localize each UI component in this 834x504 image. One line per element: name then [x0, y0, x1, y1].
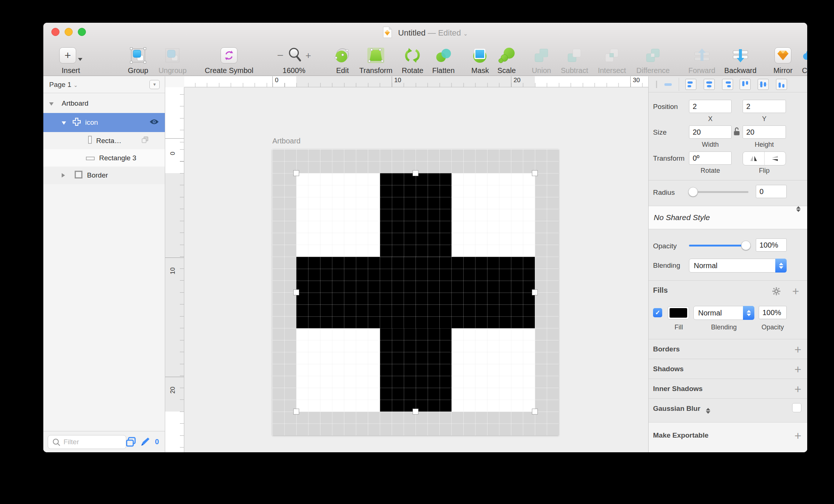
layer-name: icon	[85, 118, 98, 127]
lock-ratio-icon[interactable]	[733, 127, 740, 138]
blending-value: Normal	[694, 262, 717, 270]
fill-sublabel: Fill	[664, 324, 693, 331]
make-exportable-section[interactable]: Make Exportable +	[649, 422, 807, 452]
gear-icon[interactable]	[772, 287, 781, 297]
window-title: Untitled — Edited ⌄	[43, 26, 807, 40]
height-sublabel: Height	[743, 141, 786, 149]
artboard[interactable]	[272, 149, 559, 435]
opacity-slider-knob[interactable]	[741, 241, 751, 250]
scale-icon	[498, 48, 515, 63]
transform-icon	[367, 48, 384, 63]
main-content: Page 1⌄ ▼ Artboard icon Recta…	[43, 76, 807, 452]
duplicate-pages-icon[interactable]	[125, 437, 137, 449]
mask-button[interactable]: Mask	[471, 44, 489, 75]
layer-row-icon-selected[interactable]: icon	[43, 113, 165, 132]
opacity-input[interactable]: 100%	[756, 238, 787, 252]
align-bottom-icon[interactable]	[776, 79, 787, 90]
gaussian-blur-checkbox[interactable]	[792, 403, 801, 412]
canvas[interactable]: Artboard	[184, 87, 648, 452]
position-y-input[interactable]: 2	[743, 100, 786, 113]
height-input[interactable]: 20	[743, 125, 786, 139]
selection-handle-e[interactable]	[532, 289, 538, 295]
transform-button[interactable]: Transform	[359, 44, 392, 75]
chevron-down-icon: ⌄	[73, 82, 78, 88]
selection-handle-nw[interactable]	[293, 170, 299, 176]
union-icon	[535, 49, 548, 62]
align-middle-vertical-icon[interactable]	[758, 79, 769, 90]
create-symbol-button[interactable]: Create Symbol	[205, 44, 253, 75]
disclosure-triangle-icon[interactable]	[62, 121, 66, 125]
radius-slider-knob[interactable]	[688, 187, 698, 197]
edit-button[interactable]: Edit	[335, 44, 350, 75]
pen-drafts-icon[interactable]	[140, 437, 150, 449]
selection-handle-ne[interactable]	[532, 170, 538, 176]
cloud-button[interactable]: Cloud	[802, 44, 807, 75]
flatten-button[interactable]: Flatten	[432, 44, 454, 75]
group-icon	[131, 48, 145, 62]
zoom-in-icon[interactable]: +	[305, 50, 311, 61]
layer-row-rectangle-rotated[interactable]: Recta…	[43, 132, 165, 149]
distribute-horizontally-icon[interactable]	[651, 79, 662, 90]
rotate-input[interactable]: 0º	[689, 151, 732, 165]
rotate-button[interactable]: Rotate	[402, 44, 424, 75]
selection-handle-s[interactable]	[413, 409, 418, 414]
align-center-horizontal-icon[interactable]	[704, 79, 715, 90]
cross-horizontal-bar[interactable]	[296, 257, 535, 328]
layer-row-rectangle-3[interactable]: Rectangle 3	[43, 149, 165, 167]
title-chevron-down-icon[interactable]: ⌄	[463, 30, 468, 37]
blending-dropdown[interactable]: Normal	[689, 259, 787, 273]
intersect-button: Intersect	[598, 44, 626, 75]
align-left-icon[interactable]	[685, 79, 696, 90]
subtract-icon	[568, 49, 581, 62]
flip-horizontal-button[interactable]	[743, 152, 765, 165]
selection-handle-n[interactable]	[413, 170, 418, 176]
flip-vertical-button[interactable]	[765, 152, 786, 165]
align-top-icon[interactable]	[740, 79, 751, 90]
page-list-toggle-button[interactable]: ▼	[149, 80, 160, 89]
zoom-control[interactable]: − + 1600%	[277, 44, 311, 75]
mirror-button[interactable]: Mirror	[773, 44, 793, 75]
sketch-diamond-icon	[775, 47, 791, 63]
position-x-input[interactable]: 2	[689, 100, 732, 113]
horizontal-ruler[interactable]: 0 10 20 30	[165, 76, 648, 87]
vertical-ruler[interactable]: 0 10 20	[165, 87, 184, 452]
fill-blending-dropdown[interactable]: Normal	[693, 306, 754, 320]
radius-slider[interactable]	[689, 191, 748, 193]
align-right-icon[interactable]	[722, 79, 733, 90]
fill-opacity-input[interactable]: 100%	[759, 306, 787, 319]
group-button[interactable]: Group	[128, 44, 148, 75]
distribute-vertically-icon[interactable]	[663, 79, 674, 90]
layer-row-artboard[interactable]: Artboard	[43, 94, 165, 113]
sketch-document-icon	[382, 26, 392, 40]
shared-style-stepper-icon[interactable]	[796, 206, 801, 212]
zoom-out-icon[interactable]: −	[277, 49, 284, 62]
rectangle-horizontal-icon	[86, 154, 95, 162]
shared-style-selector[interactable]: No Shared Style	[649, 206, 807, 229]
disclosure-triangle-icon[interactable]	[62, 173, 65, 178]
eye-visibility-icon[interactable]	[149, 118, 159, 127]
filter-input[interactable]: Filter	[48, 435, 126, 449]
layer-row-border[interactable]: Border	[43, 167, 165, 184]
scale-button[interactable]: Scale	[497, 44, 516, 75]
selection-handle-sw[interactable]	[293, 409, 299, 414]
fill-color-swatch[interactable]	[668, 306, 689, 319]
edit-vector-icon	[335, 48, 350, 63]
insert-button[interactable]: + Insert	[59, 44, 83, 75]
fill-enabled-checkbox[interactable]: ✓	[653, 308, 662, 317]
artboard-title[interactable]: Artboard	[272, 137, 301, 145]
cloud-upload-icon	[802, 46, 807, 65]
sketch-window: Untitled — Edited ⌄ + Insert Group	[43, 23, 807, 452]
filter-placeholder: Filter	[64, 438, 79, 446]
opacity-slider[interactable]	[689, 245, 748, 246]
document-status: Edited	[438, 28, 461, 37]
ruler-label: 10	[169, 262, 177, 274]
selection-handle-w[interactable]	[293, 289, 299, 295]
width-input[interactable]: 20	[689, 125, 732, 139]
page-selector[interactable]: Page 1⌄ ▼	[43, 76, 165, 93]
radius-input[interactable]: 0	[756, 185, 787, 198]
selection-handle-se[interactable]	[532, 409, 538, 414]
blur-type-stepper-icon[interactable]	[706, 408, 710, 414]
backward-button[interactable]: Backward	[724, 44, 757, 75]
intersect-icon	[605, 49, 619, 62]
disclosure-triangle-icon[interactable]	[49, 102, 54, 106]
